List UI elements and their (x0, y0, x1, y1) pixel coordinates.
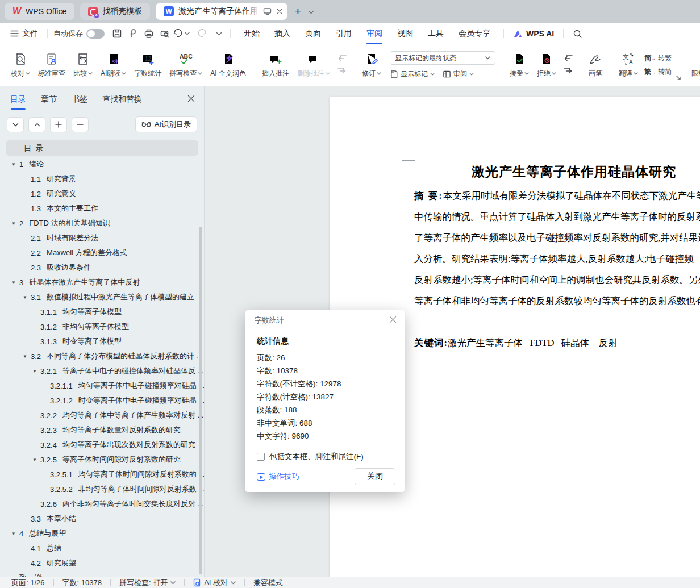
toc-item[interactable]: 3.2.6两个非均匀等离子体时间交集长度对反射 ... (0, 497, 204, 511)
toc-item[interactable]: 1.1研究背景 (0, 172, 204, 186)
delete-comment-button[interactable]: 删除批注 (293, 47, 334, 84)
toc-item[interactable]: ▼3.2不同等离子体分布模型的硅晶体反射系数的计 ... (0, 349, 204, 364)
close-sidebar-icon[interactable] (188, 94, 195, 105)
checkbox-icon[interactable] (257, 453, 265, 461)
save-icon[interactable] (109, 26, 125, 41)
show-markup-button[interactable]: 显示标记 (390, 69, 435, 79)
toc-item[interactable]: 4.2研究展望 (0, 556, 204, 570)
markup-state-select[interactable]: 显示标记的最终状态 (390, 51, 495, 65)
toc-item[interactable]: ▼4总结与展望 (0, 526, 204, 541)
sidebar-tab-目录[interactable]: 目录 (10, 94, 26, 110)
spell-check-status[interactable]: 拼写检查: 打开 (119, 578, 176, 588)
to-simplified-button[interactable]: 繁→ 转简 (644, 67, 672, 77)
toc-item[interactable]: 3.2.2均匀等离子体中等离子体产生频率对反射 ... (0, 408, 204, 423)
collapse-arrow-icon[interactable]: ▼ (11, 280, 19, 285)
menu-tab-工具[interactable]: 工具 (420, 23, 451, 44)
compatibility-mode-badge[interactable]: 兼容模式 (253, 578, 283, 588)
plus-icon[interactable] (50, 117, 67, 132)
print-icon[interactable] (141, 26, 157, 41)
ai-proofread-status[interactable]: AI 校对 (193, 578, 236, 588)
toc-item[interactable]: 3.1.1均匀等离子体模型 (0, 305, 204, 319)
menu-tab-页面[interactable]: 页面 (298, 23, 328, 44)
collapse-arrow-icon[interactable]: ▼ (11, 162, 19, 167)
toc-item[interactable]: ▼1绪论 (0, 157, 204, 172)
tab-docer-templates[interactable]: AI 找稻壳模板 (80, 3, 150, 20)
toc-item[interactable]: 2.3吸收边界条件 (0, 260, 204, 275)
chevron-down-icon[interactable] (7, 117, 24, 132)
wps-ai-menu[interactable]: WPS AI (510, 29, 557, 38)
accept-change-button[interactable]: 接受 (506, 47, 533, 84)
toc-item[interactable]: 3.2.1.1均匀等离子体中电子碰撞频率对硅晶 ... (0, 378, 204, 393)
menu-tab-视图[interactable]: 视图 (390, 23, 420, 44)
collapse-arrow-icon[interactable]: ▼ (11, 531, 19, 536)
collapse-arrow-icon[interactable]: ▼ (23, 354, 31, 359)
collapse-arrow-icon[interactable]: ▼ (32, 369, 40, 374)
toc-item[interactable]: 1.3本文的主要工作 (0, 201, 204, 216)
toc-item[interactable]: ▼3.2.5等离子体时间间隙对反射系数的研究 (0, 452, 204, 467)
collapse-arrow-icon[interactable]: ▼ (11, 221, 19, 226)
minus-icon[interactable] (72, 117, 89, 132)
spell-check-button[interactable]: ABC 拼写检查 (165, 47, 206, 84)
reject-change-button[interactable]: 拒绝 (533, 47, 560, 84)
toc-item[interactable]: ▼3.2.1等离子体中电子的碰撞体频率对硅晶体反 ... (0, 364, 204, 378)
search-icon[interactable] (569, 26, 585, 41)
menu-tab-引用[interactable]: 引用 (328, 23, 359, 44)
monitor-icon[interactable] (263, 7, 272, 15)
menu-tab-会员专享[interactable]: 会员专享 (451, 23, 498, 44)
sidebar-tab-章节[interactable]: 章节 (41, 94, 57, 110)
redo-button[interactable] (194, 26, 210, 41)
previous-change-icon[interactable] (562, 55, 574, 64)
tab-wps-office[interactable]: W WPS Office (5, 3, 74, 20)
toc-item[interactable]: 3.2.4均匀等离子体出现次数对反射系数的研究 (0, 437, 204, 452)
toc-item[interactable]: 3.1.2非均匀等离子体模型 (0, 319, 204, 334)
toc-item[interactable]: 4.1总结 (0, 541, 204, 556)
new-tab-button[interactable]: + (294, 5, 301, 18)
page-indicator[interactable]: 页面: 1/26 (11, 578, 45, 588)
quickbar-chevron-icon[interactable] (216, 32, 222, 36)
menu-tab-审阅[interactable]: 审阅 (359, 23, 390, 44)
include-textbox-checkbox-row[interactable]: 包括文本框、脚注和尾注(F) (257, 452, 393, 462)
chevron-up-icon[interactable] (28, 117, 45, 132)
toc-item[interactable]: 3.3本章小结 (0, 511, 204, 526)
toc-item[interactable]: 3.2.5.2非均匀等离子体时间间隙对反射系数 ... (0, 482, 204, 497)
export-icon[interactable] (125, 26, 141, 41)
menu-tab-开始[interactable]: 开始 (236, 23, 267, 44)
sidebar-tab-查找和替换[interactable]: 查找和替换 (102, 94, 142, 110)
next-comment-icon[interactable] (336, 67, 348, 76)
toc-item-selected[interactable]: 目 录 (6, 140, 198, 156)
sidebar-tab-书签[interactable]: 书签 (72, 94, 88, 110)
ai-polish-button[interactable]: AI 全文润色 (206, 47, 250, 84)
dialog-title-bar[interactable]: 字数统计 (245, 310, 405, 331)
toc-item[interactable]: ▼3硅晶体在激光产生等离子体中反射 (0, 275, 204, 290)
file-menu[interactable]: 文件 (7, 28, 41, 39)
word-count-button[interactable]: 12 字数统计 (130, 47, 165, 84)
to-traditional-button[interactable]: 简→ 转繁 (644, 53, 672, 63)
word-count-indicator[interactable]: 字数: 10378 (63, 578, 102, 588)
print-preview-icon[interactable] (157, 26, 173, 41)
ai-read-aloud-button[interactable]: AI朗读 (97, 47, 130, 84)
tips-link[interactable]: 操作技巧 (257, 472, 299, 482)
toc-item[interactable]: ▼3.1数值模拟过程中激光产生等离子体模型的建立 (0, 290, 204, 305)
tab-document-active[interactable]: W 激光产生等离子体作用硅晶体 (156, 3, 288, 20)
toc-item[interactable]: 2.1时域有限差分法 (0, 231, 204, 245)
close-tab-icon[interactable] (276, 8, 283, 15)
insert-comment-button[interactable]: 插入批注 (258, 47, 293, 84)
standard-review-button[interactable]: 标准审查 (34, 47, 69, 84)
review-pane-button[interactable]: 审阅 (443, 69, 474, 79)
tab-list-chevron-icon[interactable] (308, 6, 314, 16)
toc-item[interactable]: 致 谢 (0, 570, 204, 577)
autosave-toggle[interactable] (86, 29, 105, 39)
toc-item[interactable]: 3.1.3时变等离子体模型 (0, 334, 204, 349)
toc-item[interactable]: 3.2.5.1均匀等离子体时间间隙对反射系数的 ... (0, 467, 204, 482)
translate-button[interactable]: 文A 翻译 (615, 47, 642, 84)
compare-button[interactable]: 比较 (69, 47, 97, 84)
previous-comment-icon[interactable] (336, 55, 348, 64)
restrict-edit-button[interactable]: 限制编辑 (688, 47, 700, 84)
menu-tab-插入[interactable]: 插入 (267, 23, 298, 44)
toc-item[interactable]: 3.2.3均匀等离子体数量对反射系数的研究 (0, 423, 204, 437)
ai-recognize-toc-button[interactable]: AI识别目录 (135, 116, 197, 132)
toc-item[interactable]: 2.2Maxwell 方程的差分格式 (0, 245, 204, 260)
proofread-button[interactable]: 校对 (7, 47, 34, 84)
next-change-icon[interactable] (562, 67, 574, 76)
group-expander-icon[interactable] (676, 72, 681, 82)
